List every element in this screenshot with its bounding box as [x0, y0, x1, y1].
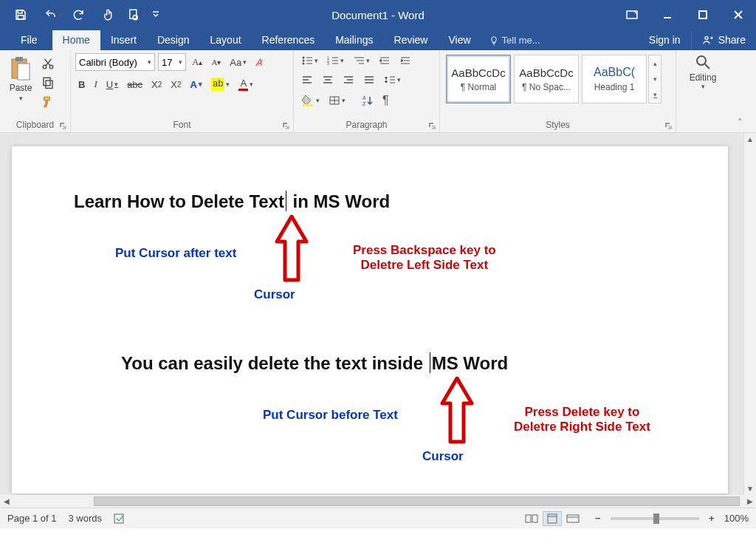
increase-indent-icon[interactable] — [396, 53, 414, 68]
vertical-scrollbar[interactable]: ▲ ▼ — [743, 133, 756, 495]
editing-label: Editing — [690, 72, 717, 83]
tab-mailings[interactable]: Mailings — [325, 30, 383, 50]
read-mode-icon[interactable] — [522, 511, 541, 526]
undo-icon[interactable] — [41, 3, 65, 27]
close-icon[interactable] — [721, 0, 756, 30]
dialog-launcher-icon[interactable] — [281, 121, 290, 130]
sort-icon[interactable]: AZ — [359, 92, 377, 109]
shading-icon[interactable] — [298, 92, 323, 109]
tab-home[interactable]: Home — [52, 30, 100, 50]
font-size-combo[interactable]: 17▾ — [158, 53, 186, 71]
word-count[interactable]: 3 words — [69, 513, 103, 524]
tab-view[interactable]: View — [438, 30, 481, 50]
align-center-icon[interactable] — [319, 72, 337, 87]
group-font: Calibri (Body)▾ 17▾ A▴ A▾ Aa A̷ B I U ab… — [71, 50, 294, 132]
print-layout-icon[interactable] — [543, 511, 562, 526]
align-left-icon[interactable] — [298, 72, 316, 87]
italic-button[interactable]: I — [91, 76, 100, 92]
tab-file[interactable]: File — [6, 30, 52, 50]
subscript-button[interactable]: X2 — [148, 77, 165, 92]
paste-button[interactable]: Paste ▾ — [4, 53, 37, 117]
font-name-combo[interactable]: Calibri (Body)▾ — [75, 53, 155, 71]
scroll-left-icon[interactable]: ◀ — [0, 495, 13, 508]
touch-mode-icon[interactable] — [99, 3, 123, 27]
page-indicator[interactable]: Page 1 of 1 — [7, 513, 57, 524]
share-label: Share — [718, 34, 746, 46]
underline-button[interactable]: U — [103, 77, 121, 92]
svg-rect-66 — [567, 515, 579, 522]
group-clipboard: Paste ▾ Clipboard — [0, 50, 71, 132]
svg-rect-1 — [18, 16, 24, 19]
shrink-font-icon[interactable]: A▾ — [208, 55, 224, 69]
bullets-icon[interactable] — [298, 53, 321, 68]
svg-rect-11 — [16, 57, 23, 61]
superscript-button[interactable]: X2 — [168, 77, 184, 92]
svg-rect-64 — [548, 514, 557, 523]
zoom-level[interactable]: 100% — [724, 513, 749, 524]
cut-icon[interactable] — [38, 55, 58, 72]
ribbon: Paste ▾ Clipboard Calibri (Body)▾ 17▾ A▴… — [0, 50, 756, 133]
heading-2: You can easily delete the text inside MS… — [121, 352, 698, 374]
dialog-launcher-icon[interactable] — [664, 121, 673, 130]
group-label: Styles — [546, 120, 570, 130]
print-preview-icon[interactable] — [124, 3, 148, 27]
style-normal[interactable]: AaBbCcDc ¶ Normal — [446, 55, 511, 103]
scroll-down-icon[interactable]: ▼ — [744, 482, 756, 495]
scroll-up-icon[interactable]: ▲ — [744, 133, 756, 146]
zoom-control: − + 100% — [591, 513, 749, 524]
collapse-ribbon-icon[interactable]: ˄ — [729, 50, 750, 132]
copy-icon[interactable] — [38, 74, 58, 92]
sign-in[interactable]: Sign in — [639, 30, 691, 50]
tell-me-label: Tell me... — [502, 35, 540, 46]
grow-font-icon[interactable]: A▴ — [189, 54, 205, 70]
font-color-icon[interactable]: A — [236, 75, 256, 93]
redo-icon[interactable] — [66, 3, 90, 27]
highlight-icon[interactable]: ab — [208, 75, 233, 93]
scroll-right-icon[interactable]: ▶ — [743, 495, 756, 508]
zoom-slider[interactable] — [611, 517, 699, 520]
dialog-launcher-icon[interactable] — [58, 121, 67, 130]
save-icon[interactable] — [9, 3, 32, 27]
bold-button[interactable]: B — [75, 77, 88, 92]
borders-icon[interactable] — [326, 93, 348, 108]
numbering-icon[interactable]: 123 — [324, 53, 347, 68]
horizontal-scrollbar[interactable]: ◀ ▶ — [0, 495, 756, 508]
scroll-thumb[interactable] — [94, 496, 740, 506]
text-effects-icon[interactable]: A — [188, 77, 205, 92]
share-button[interactable]: Share — [691, 30, 756, 50]
svg-rect-63 — [532, 515, 537, 522]
tell-me[interactable]: Tell me... — [481, 35, 548, 50]
format-painter-icon[interactable] — [38, 93, 58, 111]
tab-insert[interactable]: Insert — [100, 30, 147, 50]
multilevel-icon[interactable] — [350, 53, 373, 68]
proofing-icon[interactable] — [114, 513, 127, 525]
svg-point-19 — [303, 60, 305, 62]
align-right-icon[interactable] — [340, 72, 357, 87]
find-icon[interactable] — [694, 53, 712, 71]
qat-customize-icon[interactable] — [149, 3, 162, 27]
page[interactable]: Learn How to Delete Text in MS Word Put … — [12, 146, 728, 494]
style-heading1[interactable]: AaBbC( Heading 1 — [582, 55, 647, 103]
change-case-icon[interactable]: Aa — [227, 55, 250, 70]
dialog-launcher-icon[interactable] — [427, 121, 436, 130]
zoom-in-icon[interactable]: + — [705, 513, 718, 524]
minimize-icon[interactable] — [650, 0, 685, 30]
maximize-icon[interactable] — [685, 0, 721, 30]
show-hide-icon[interactable]: ¶ — [379, 92, 392, 109]
justify-icon[interactable] — [360, 72, 378, 87]
styles-more-icon[interactable]: ▴▾▾̲ — [648, 55, 662, 103]
tab-design[interactable]: Design — [147, 30, 200, 50]
tab-layout[interactable]: Layout — [200, 30, 252, 50]
tab-references[interactable]: References — [252, 30, 326, 50]
web-layout-icon[interactable] — [563, 511, 583, 526]
strike-button[interactable]: abc — [124, 77, 145, 92]
tab-review[interactable]: Review — [384, 30, 439, 50]
style-no-spacing[interactable]: AaBbCcDc ¶ No Spac... — [514, 55, 579, 103]
line-spacing-icon[interactable] — [381, 72, 404, 87]
menu-tabs: File Home Insert Design Layout Reference… — [0, 30, 756, 50]
svg-point-21 — [303, 63, 305, 65]
ribbon-display-icon[interactable] — [614, 0, 650, 30]
clear-format-icon[interactable]: A̷ — [252, 55, 265, 70]
decrease-indent-icon[interactable] — [376, 53, 394, 68]
zoom-out-icon[interactable]: − — [591, 513, 605, 524]
